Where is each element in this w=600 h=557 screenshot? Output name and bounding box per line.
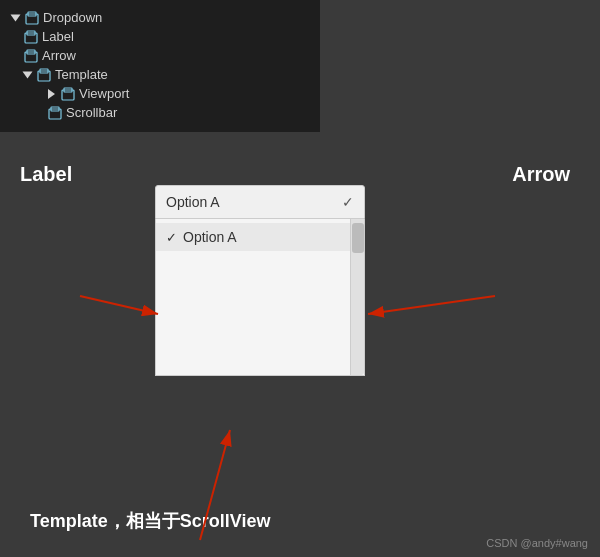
- tree-item-dropdown[interactable]: Dropdown: [12, 8, 308, 27]
- expand-arrow-template: [23, 71, 33, 78]
- dropdown-selected-text: Option A: [166, 194, 220, 210]
- dropdown-widget[interactable]: Option A ✓ ✓ Option A: [155, 185, 365, 376]
- dropdown-options-list: ✓ Option A: [156, 219, 350, 375]
- cube-icon-viewport: [61, 87, 75, 101]
- dropdown-option-a[interactable]: ✓ Option A: [156, 223, 350, 251]
- tree-item-label[interactable]: Label: [12, 27, 308, 46]
- cube-icon-dropdown: [25, 11, 39, 25]
- dropdown-arrow-icon: ✓: [342, 194, 354, 210]
- dropdown-scrollbar[interactable]: [350, 219, 364, 375]
- expand-arrow-dropdown: [11, 14, 21, 21]
- arrow-annotation: Arrow: [512, 163, 570, 186]
- label-annotation: Label: [20, 163, 72, 186]
- dropdown-empty-area: [156, 251, 350, 371]
- svg-line-14: [368, 296, 495, 314]
- svg-line-13: [80, 296, 158, 314]
- main-area: Label Arrow Option A ✓ ✓ Option A Templa…: [0, 115, 600, 557]
- tree-label-arrow: Arrow: [42, 48, 76, 63]
- tree-item-template[interactable]: Template: [12, 65, 308, 84]
- tree-label-dropdown: Dropdown: [43, 10, 102, 25]
- scrollbar-thumb[interactable]: [352, 223, 364, 253]
- tree-item-viewport[interactable]: Viewport: [12, 84, 308, 103]
- tree-label-label: Label: [42, 29, 74, 44]
- cube-icon-template: [37, 68, 51, 82]
- cube-icon-label: [24, 30, 38, 44]
- dropdown-panel: ✓ Option A: [155, 219, 365, 376]
- cube-icon-arrow: [24, 49, 38, 63]
- option-a-label: Option A: [183, 229, 237, 245]
- tree-item-arrow[interactable]: Arrow: [12, 46, 308, 65]
- expand-arrow-viewport: [48, 89, 55, 99]
- template-annotation: Template，相当于ScrollView: [30, 509, 270, 533]
- tree-panel: Dropdown Label Arrow Tem: [0, 0, 320, 132]
- tree-label-viewport: Viewport: [79, 86, 129, 101]
- watermark: CSDN @andy#wang: [486, 537, 588, 549]
- option-check-icon: ✓: [166, 230, 177, 245]
- dropdown-header[interactable]: Option A ✓: [155, 185, 365, 219]
- tree-label-template: Template: [55, 67, 108, 82]
